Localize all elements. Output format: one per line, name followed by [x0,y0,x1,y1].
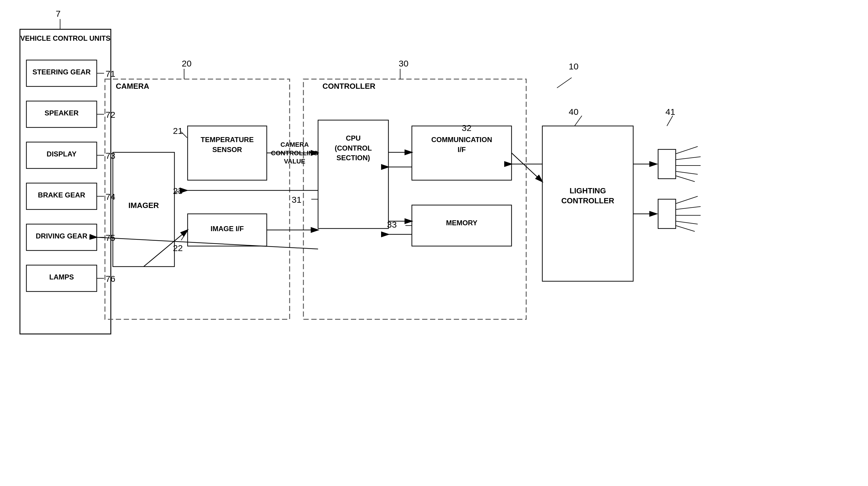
svg-line-34 [676,196,698,204]
image-if-label: IMAGE I/F [188,224,267,233]
svg-line-31 [676,176,695,182]
memory-label: MEMORY [412,218,512,227]
camera-controlling-value-label: CAMERACONTROLLINGVALUE [268,141,321,166]
svg-rect-33 [658,199,676,228]
svg-line-27 [676,147,698,154]
ref-7: 7 [56,9,61,19]
ref-30: 30 [399,59,408,69]
lighting-controller-label: LIGHTINGCONTROLLER [542,186,633,206]
ref-71: 71 [105,69,115,79]
speaker-label: SPEAKER [26,108,97,118]
imager-label: IMAGER [113,201,175,210]
ref-74: 74 [105,192,115,202]
ref-33: 33 [387,220,397,230]
cpu-label: CPU(CONTROLSECTION) [318,133,389,163]
camera-section-label: CAMERA [116,82,149,91]
vehicle-control-units-label: VEHICLE CONTROL UNITS [20,34,111,43]
ref-72: 72 [105,110,115,120]
svg-line-28 [676,157,701,160]
svg-line-58 [557,77,571,88]
svg-line-30 [676,171,698,174]
svg-line-37 [676,221,698,224]
svg-line-48 [512,153,542,182]
svg-line-38 [676,226,695,231]
svg-line-52 [181,231,187,240]
svg-rect-16 [105,79,290,319]
ref-22: 22 [173,243,183,253]
ref-31: 31 [292,195,301,205]
ref-76: 76 [105,274,115,284]
ref-75: 75 [105,233,115,243]
ref-32: 32 [462,123,471,133]
svg-rect-26 [658,150,676,179]
svg-line-61 [575,116,582,126]
ref-10: 10 [569,62,578,71]
svg-line-50 [97,237,318,249]
ref-20: 20 [182,59,191,69]
ref-41: 41 [665,107,675,117]
steering-gear-label: STEERING GEAR [26,67,97,76]
controller-section-label: CONTROLLER [322,82,375,91]
ref-73: 73 [105,151,115,161]
svg-line-62 [667,116,673,126]
driving-gear-label: DRIVING GEAR [26,231,97,240]
svg-rect-17 [303,79,526,319]
ref-21: 21 [173,126,183,136]
svg-line-35 [676,206,701,209]
ref-40: 40 [569,107,578,117]
lamps-label: LAMPS [26,272,97,282]
temp-sensor-label: TEMPERATURESENSOR [188,135,267,154]
brake-gear-label: BRAKE GEAR [26,190,97,199]
comm-if-label: COMMUNICATIONI/F [412,135,512,154]
display-label: DISPLAY [26,150,97,159]
ref-23: 23 [173,186,183,196]
